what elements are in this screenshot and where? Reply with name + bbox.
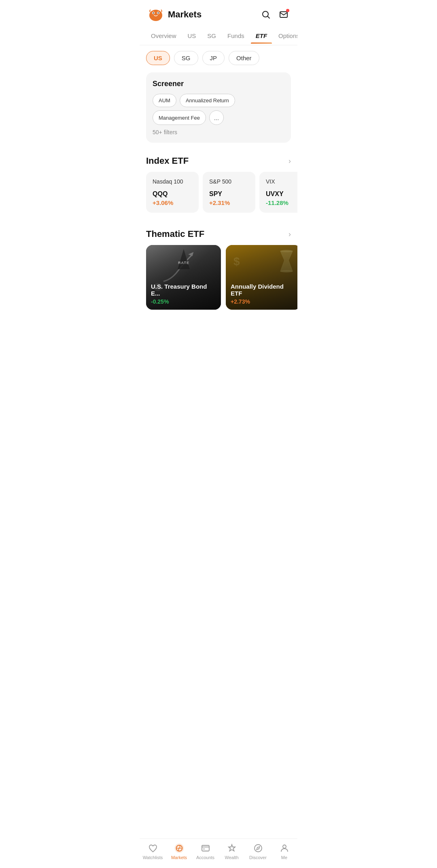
subtab-us[interactable]: US — [146, 51, 170, 65]
etf-ticker-2: UVXY — [266, 190, 297, 198]
thematic-content-1: U.S. Treasury Bond E... -0.25% — [151, 283, 216, 305]
etf-card-uvxy[interactable]: VIX UVXY -11.28% — [259, 172, 297, 213]
thematic-change-1: +2.73% — [231, 298, 296, 305]
thematic-name-0: U.S. Treasury Bond E... — [151, 283, 216, 297]
tab-sg[interactable]: SG — [202, 28, 221, 43]
thematic-name-1: Annually Dividend ETF — [231, 283, 296, 297]
subtab-jp[interactable]: JP — [202, 51, 225, 65]
etf-index-name-1: S&P 500 — [209, 178, 249, 185]
nav-tabs: Overview US SG Funds ETF Options JP — [140, 27, 297, 45]
thematic-etf-header: Thematic ETF › — [140, 229, 297, 245]
tab-us[interactable]: US — [183, 28, 201, 43]
screener-count: 50+ filters — [153, 129, 284, 135]
thematic-card-treasury[interactable]: RATE $ U.S. Treasury Bond E... -0.25% — [146, 245, 221, 310]
etf-index-name-2: VIX — [266, 178, 297, 185]
tiger-logo — [148, 6, 164, 23]
etf-card-qqq[interactable]: Nasdaq 100 QQQ +3.06% — [146, 172, 199, 213]
header: Markets — [140, 0, 297, 27]
etf-change-0: +3.06% — [153, 199, 192, 206]
page-title: Markets — [168, 9, 202, 20]
subtab-sg[interactable]: SG — [174, 51, 198, 65]
index-etf-chevron[interactable]: › — [289, 157, 291, 165]
notification-badge — [286, 9, 289, 12]
index-etf-cards: Nasdaq 100 QQQ +3.06% S&P 500 SPY +2.31%… — [140, 172, 297, 213]
subtab-other[interactable]: Other — [229, 51, 259, 65]
index-etf-title: Index ETF — [146, 156, 189, 166]
screener-filters: AUM Annualized Return Management Fee ... — [153, 94, 284, 125]
tab-overview[interactable]: Overview — [146, 28, 181, 43]
index-etf-header: Index ETF › — [140, 156, 297, 172]
svg-point-3 — [153, 13, 154, 14]
etf-change-2: -11.28% — [266, 199, 297, 206]
filter-more[interactable]: ... — [209, 110, 224, 125]
svg-point-4 — [158, 13, 159, 14]
mail-button[interactable] — [278, 9, 289, 20]
filter-aum[interactable]: AUM — [153, 94, 176, 107]
sub-tabs: US SG JP Other — [140, 45, 297, 71]
etf-change-1: +2.31% — [209, 199, 249, 206]
etf-index-name-0: Nasdaq 100 — [153, 178, 192, 185]
thematic-etf-cards: RATE $ U.S. Treasury Bond E... -0.25% — [140, 245, 297, 310]
search-button[interactable] — [260, 9, 272, 20]
tab-options[interactable]: Options — [274, 28, 297, 43]
header-left: Markets — [148, 6, 202, 23]
thematic-etf-title: Thematic ETF — [146, 229, 204, 239]
tab-etf[interactable]: ETF — [251, 28, 272, 43]
thematic-etf-chevron[interactable]: › — [289, 230, 291, 239]
etf-card-spy[interactable]: S&P 500 SPY +2.31% — [203, 172, 255, 213]
etf-ticker-1: SPY — [209, 190, 249, 198]
thematic-card-dividend[interactable]: $ Annually Dividend ETF +2.73% — [226, 245, 297, 310]
thematic-etf-section: Thematic ETF › RATE $ — [140, 222, 297, 313]
thematic-content-2: Annually Dividend ETF +2.73% — [231, 283, 296, 305]
filter-annualized-return[interactable]: Annualized Return — [180, 94, 235, 107]
screener-title: Screener — [153, 80, 284, 88]
tab-funds[interactable]: Funds — [223, 28, 249, 43]
index-etf-section: Index ETF › Nasdaq 100 QQQ +3.06% S&P 50… — [140, 149, 297, 216]
etf-ticker-0: QQQ — [153, 190, 192, 198]
filter-management-fee[interactable]: Management Fee — [153, 110, 206, 125]
header-actions — [260, 9, 289, 20]
screener-card: Screener AUM Annualized Return Managemen… — [146, 72, 291, 143]
thematic-change-0: -0.25% — [151, 298, 216, 305]
